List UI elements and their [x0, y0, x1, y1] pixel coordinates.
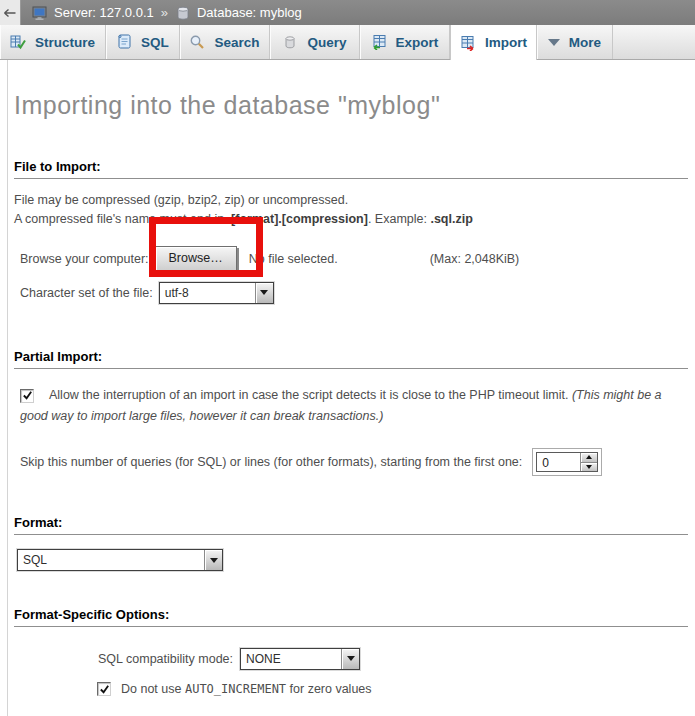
- import-icon: [460, 35, 476, 51]
- breadcrumb-server-link[interactable]: Server: 127.0.0.1: [54, 5, 154, 20]
- compression-example: .sql.zip: [430, 212, 472, 226]
- skip-queries-input[interactable]: 0: [536, 452, 598, 472]
- tab-search-label: Search: [214, 35, 259, 50]
- auto-increment-label-suffix: for zero values: [286, 682, 371, 696]
- auto-increment-checkbox[interactable]: [97, 682, 111, 696]
- tab-sql[interactable]: SQL: [106, 25, 180, 59]
- back-arrow-icon: [2, 5, 18, 21]
- sql-file-icon: [116, 34, 132, 50]
- allow-interruption-checkbox[interactable]: [20, 389, 34, 403]
- allow-interruption-row: Allow the interruption of an import in c…: [20, 385, 692, 427]
- skip-queries-row: Skip this number of queries (for SQL) or…: [20, 448, 688, 476]
- tab-more-label: More: [569, 35, 601, 50]
- tab-import[interactable]: Import: [450, 25, 537, 60]
- structure-icon: [10, 34, 26, 50]
- skip-queries-value: 0: [537, 453, 580, 471]
- section-heading-format-specific-options: Format-Specific Options:: [14, 607, 688, 627]
- checkmark-icon: [22, 390, 33, 401]
- database-icon: [175, 5, 191, 21]
- spinner-up-button[interactable]: [581, 453, 597, 462]
- browse-label: Browse your computer:: [20, 252, 149, 266]
- browse-row: Browse your computer: Browse… No file se…: [20, 245, 688, 272]
- tab-sql-label: SQL: [141, 35, 169, 50]
- tab-export[interactable]: Export: [360, 25, 450, 59]
- charset-select-arrow-icon[interactable]: [255, 283, 273, 303]
- page-title: Importing into the database "myblog": [14, 60, 688, 120]
- skip-queries-input-frame: 0: [532, 448, 602, 476]
- charset-select-value: utf-8: [160, 283, 255, 303]
- section-heading-partial-import: Partial Import:: [14, 349, 688, 369]
- query-database-icon: [282, 34, 298, 50]
- auto-increment-label: Do not use AUTO_INCREMENT for zero value…: [121, 682, 372, 696]
- charset-row: Character set of the file: utf-8: [20, 280, 688, 305]
- checkmark-icon: [99, 684, 110, 695]
- compression-note: File may be compressed (gzip, bzip2, zip…: [14, 191, 688, 229]
- tab-structure[interactable]: Structure: [0, 25, 106, 59]
- skip-queries-label: Skip this number of queries (for SQL) or…: [20, 455, 522, 469]
- spinner-down-button[interactable]: [581, 462, 597, 472]
- tab-bar: Structure SQL Search: [0, 25, 695, 60]
- breadcrumb: Server: 127.0.0.1 » Database: myblog: [21, 5, 302, 21]
- sql-compatibility-arrow-icon[interactable]: [341, 649, 359, 669]
- skip-queries-spinner: [580, 453, 597, 471]
- sql-compatibility-row: SQL compatibility mode: NONE: [98, 646, 688, 671]
- format-select[interactable]: SQL: [17, 549, 223, 571]
- tab-import-label: Import: [485, 35, 527, 50]
- charset-label: Character set of the file:: [20, 286, 153, 300]
- auto-increment-code: AUTO_INCREMENT: [185, 682, 286, 696]
- tab-query[interactable]: Query: [270, 25, 360, 59]
- sql-compatibility-select[interactable]: NONE: [240, 648, 360, 670]
- compression-note-line1: File may be compressed (gzip, bzip2, zip…: [14, 193, 348, 207]
- breadcrumb-separator: »: [160, 5, 169, 20]
- server-monitor-icon: [32, 5, 48, 21]
- search-icon: [189, 34, 205, 50]
- chevron-down-icon: [548, 39, 560, 46]
- import-page-content: Importing into the database "myblog" Fil…: [7, 60, 695, 716]
- max-upload-size: (Max: 2,048KiB): [430, 252, 520, 266]
- tab-query-label: Query: [307, 35, 346, 50]
- sql-compatibility-value: NONE: [241, 649, 341, 669]
- back-button[interactable]: [0, 0, 21, 25]
- format-select-arrow-icon[interactable]: [204, 550, 222, 570]
- compression-format-pattern: .[format].[compression]: [228, 212, 368, 226]
- file-status-text: No file selected.: [249, 252, 338, 266]
- tab-structure-label: Structure: [35, 35, 95, 50]
- spinner-up-icon: [586, 455, 592, 459]
- compression-note-line2-mid: . Example:: [368, 212, 431, 226]
- section-heading-file-to-import: File to Import:: [14, 159, 688, 179]
- compression-note-line2-prefix: A compressed file's name must end in: [14, 212, 228, 226]
- auto-increment-row: Do not use AUTO_INCREMENT for zero value…: [97, 682, 688, 696]
- section-heading-format: Format:: [14, 515, 688, 535]
- breadcrumb-database-link[interactable]: Database: myblog: [197, 5, 302, 20]
- tab-more[interactable]: More: [537, 25, 613, 59]
- allow-interruption-label: Allow the interruption of an import in c…: [49, 388, 572, 402]
- browse-button[interactable]: Browse…: [155, 246, 237, 271]
- server-breadcrumb-bar: Server: 127.0.0.1 » Database: myblog: [0, 0, 695, 25]
- export-icon: [371, 34, 387, 50]
- tab-search[interactable]: Search: [180, 25, 270, 59]
- charset-select[interactable]: utf-8: [159, 282, 274, 304]
- sql-compatibility-label: SQL compatibility mode:: [98, 652, 233, 666]
- auto-increment-label-prefix: Do not use: [121, 682, 185, 696]
- tab-export-label: Export: [396, 35, 439, 50]
- format-select-value: SQL: [18, 550, 204, 570]
- spinner-down-icon: [586, 465, 592, 469]
